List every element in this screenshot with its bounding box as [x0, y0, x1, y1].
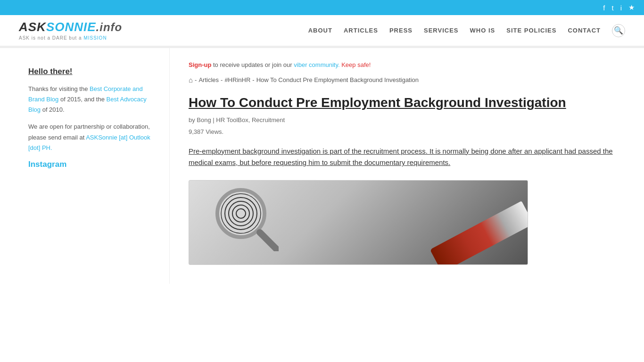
nav-press[interactable]: PRESS — [389, 27, 413, 34]
logo-info: .info — [96, 21, 123, 33]
viber-link[interactable]: viber community. — [294, 61, 339, 68]
sidebar-intro: Thanks for visiting the Best Corporate a… — [28, 84, 155, 115]
svg-line-6 — [260, 232, 276, 249]
page-layout: Hello there! Thanks for visiting the Bes… — [0, 46, 644, 284]
nav-services[interactable]: SERVICES — [424, 27, 459, 34]
nav-whois[interactable]: WHO IS — [470, 27, 495, 34]
nav-articles[interactable]: ARTICLES — [344, 27, 378, 34]
rss-icon[interactable]: ★ — [628, 3, 635, 12]
sidebar: Hello there! Thanks for visiting the Bes… — [0, 48, 170, 284]
signup-link[interactable]: Sign-up — [189, 61, 211, 68]
breadcrumb-articles[interactable]: Articles — [198, 76, 219, 83]
nav-about[interactable]: ABOUT — [308, 27, 332, 34]
sidebar-hello: Hello there! — [28, 67, 155, 76]
article-title[interactable]: How To Conduct Pre Employment Background… — [189, 94, 625, 111]
twitter-icon[interactable]: t — [611, 4, 613, 12]
magnifying-glass-icon — [213, 185, 279, 251]
logo-tagline: ASK is not a DARE but a MISSION — [19, 35, 122, 41]
home-icon[interactable]: ⌂ — [189, 76, 193, 84]
nav-contact[interactable]: CONTACT — [568, 27, 601, 34]
article-meta: by Bong | HR ToolBox, Recruitment — [189, 116, 625, 123]
main-nav: ABOUT ARTICLES PRESS SERVICES WHO IS SIT… — [308, 24, 625, 37]
logo[interactable]: ASKSONNIE.info ASK is not a DARE but a M… — [19, 20, 122, 41]
facebook-icon[interactable]: f — [603, 4, 605, 12]
keep-safe-link[interactable]: Keep safe! — [340, 61, 371, 68]
breadcrumb-current: How To Conduct Pre Employment Background… — [256, 76, 419, 83]
article-views: 9,387 Views. — [189, 128, 625, 135]
author-link[interactable]: Bong — [197, 116, 211, 123]
site-header: ASKSONNIE.info ASK is not a DARE but a M… — [0, 15, 644, 46]
breadcrumb: ⌂ - Articles - #HRinHR - How To Conduct … — [189, 76, 625, 84]
logo-sonnie: SONNIE — [46, 20, 96, 34]
breadcrumb-hashtag[interactable]: #HRinHR — [224, 76, 250, 83]
pen-image — [430, 201, 528, 265]
logo-ask: ASK — [19, 20, 46, 34]
instagram-link[interactable]: Instagram — [28, 160, 155, 169]
category-recruitment[interactable]: Recruitment — [252, 116, 285, 123]
instagram-icon[interactable]: i — [620, 4, 622, 12]
article-intro[interactable]: Pre-employment background investigation … — [189, 146, 625, 169]
nav-site-policies[interactable]: SITE POLICIES — [506, 27, 556, 34]
sidebar-contact: We are open for partnership or collabora… — [28, 122, 155, 153]
search-icon[interactable]: 🔍 — [612, 24, 625, 37]
top-bar: f t i ★ — [0, 0, 644, 15]
signup-bar: Sign-up to receive updates or join our v… — [189, 61, 625, 68]
featured-image — [189, 180, 528, 265]
category-hr-toolbox[interactable]: HR ToolBox — [216, 116, 248, 123]
main-content: Sign-up to receive updates or join our v… — [170, 48, 644, 284]
